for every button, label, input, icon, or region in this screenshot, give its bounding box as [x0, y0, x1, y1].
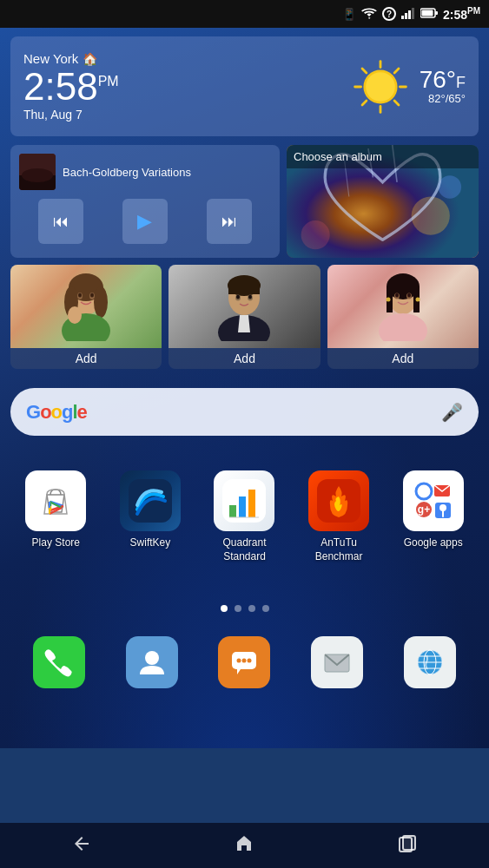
- contact-card-3[interactable]: Add: [327, 265, 479, 369]
- app-play-store[interactable]: Play Store: [17, 470, 95, 563]
- contact-card-1[interactable]: Add: [10, 265, 162, 369]
- swiftkey-label: SwiftKey: [130, 536, 171, 550]
- svg-point-19: [22, 168, 53, 182]
- dock-phone[interactable]: [33, 636, 85, 688]
- dock-browser[interactable]: [404, 636, 456, 688]
- weather-date: Thu, Aug 7: [23, 108, 350, 122]
- contact-add-label-3: Add: [327, 348, 479, 369]
- svg-point-30: [94, 286, 108, 318]
- contact-photo-2: [169, 265, 320, 348]
- svg-point-33: [78, 293, 82, 298]
- messages-icon: [218, 636, 270, 688]
- question-icon: ?: [382, 7, 396, 21]
- dock-messages[interactable]: [218, 636, 270, 688]
- album-widget[interactable]: Choose an album: [287, 145, 479, 258]
- music-controls: ⏮ ▶ ⏭: [19, 199, 271, 244]
- google-logo: Google: [26, 401, 87, 424]
- signal-icon: [401, 7, 415, 22]
- svg-rect-3: [412, 8, 414, 19]
- app-google-apps[interactable]: g+ Google apps: [394, 470, 472, 563]
- svg-rect-0: [401, 16, 404, 19]
- contacts-icon: [126, 636, 178, 688]
- recents-button[interactable]: [380, 826, 435, 865]
- google-apps-label: Google apps: [404, 536, 463, 550]
- svg-point-55: [415, 298, 420, 302]
- svg-point-42: [236, 295, 240, 299]
- svg-point-83: [248, 658, 252, 662]
- svg-marker-45: [238, 315, 250, 332]
- album-label: Choose an album: [287, 145, 479, 168]
- music-widget: Bach-Goldberg Variations ⏮ ▶ ⏭: [10, 145, 280, 258]
- contact-add-label-1: Add: [10, 348, 162, 369]
- dot-2[interactable]: [235, 605, 241, 612]
- svg-point-78: [145, 651, 159, 665]
- quadrant-icon: [214, 470, 274, 531]
- status-bar: 📱 ? 2:58PM: [0, 0, 489, 28]
- svg-point-22: [439, 175, 462, 199]
- browser-icon: [404, 636, 456, 688]
- dot-3[interactable]: [248, 605, 255, 612]
- svg-marker-80: [237, 669, 241, 674]
- nav-bar: [0, 823, 489, 868]
- dot-1[interactable]: [221, 605, 228, 612]
- dot-4[interactable]: [262, 605, 269, 612]
- svg-rect-6: [421, 10, 433, 16]
- contact-add-label-2: Add: [169, 348, 320, 369]
- weather-time: 2:58PM: [23, 68, 350, 106]
- music-thumbnail: [19, 154, 56, 190]
- battery-icon: [420, 8, 438, 21]
- wifi-icon: [361, 7, 377, 22]
- svg-line-12: [394, 101, 399, 105]
- weather-temp: 76°F 82°/65°: [420, 68, 466, 105]
- search-bar[interactable]: Google 🎤: [10, 388, 479, 436]
- svg-point-77: [439, 504, 446, 511]
- back-button[interactable]: [54, 826, 109, 865]
- antutu-label: AnTuTu Benchmar: [300, 536, 378, 563]
- quadrant-label: Quadrant Standard: [205, 536, 283, 563]
- contact-card-2[interactable]: Add: [169, 265, 320, 369]
- svg-point-82: [242, 658, 247, 662]
- svg-point-16: [366, 72, 395, 102]
- prev-button[interactable]: ⏮: [38, 199, 83, 244]
- contact-photo-1: [10, 265, 162, 348]
- sim-icon: 📱: [342, 8, 356, 21]
- svg-point-54: [386, 298, 390, 302]
- svg-rect-66: [239, 496, 246, 517]
- svg-line-11: [362, 69, 367, 73]
- apps-row: Play Store SwiftKey: [0, 470, 489, 563]
- svg-line-14: [362, 101, 367, 105]
- contact-photo-3: [327, 265, 479, 348]
- swiftkey-icon: [120, 470, 181, 531]
- svg-point-36: [68, 306, 82, 324]
- svg-point-34: [90, 293, 94, 298]
- svg-point-53: [407, 293, 411, 298]
- svg-rect-39: [228, 286, 260, 294]
- mail-icon: [311, 636, 363, 688]
- phone-icon: [33, 636, 85, 688]
- home-icon: 🏠: [83, 52, 97, 66]
- svg-line-13: [394, 69, 399, 73]
- svg-rect-65: [229, 505, 236, 517]
- page-dots: [0, 605, 489, 612]
- svg-rect-5: [435, 11, 438, 15]
- svg-rect-67: [248, 490, 255, 517]
- dock-contacts[interactable]: [126, 636, 178, 688]
- svg-point-81: [237, 658, 241, 662]
- svg-point-52: [395, 293, 399, 298]
- status-time: 2:58PM: [443, 6, 480, 22]
- svg-point-23: [301, 220, 330, 249]
- svg-point-56: [379, 313, 427, 341]
- app-antutu[interactable]: AnTuTu Benchmar: [300, 470, 378, 563]
- svg-rect-2: [408, 10, 411, 19]
- play-store-icon: [25, 470, 86, 531]
- temp-range: 82°/65°: [420, 92, 466, 105]
- play-button[interactable]: ▶: [122, 199, 168, 244]
- app-quadrant[interactable]: Quadrant Standard: [205, 470, 283, 563]
- sun-icon: [350, 56, 411, 117]
- app-swiftkey[interactable]: SwiftKey: [111, 470, 189, 563]
- home-button[interactable]: [216, 826, 272, 865]
- svg-point-43: [248, 295, 252, 299]
- next-button[interactable]: ⏭: [207, 199, 252, 244]
- dock-mail[interactable]: [311, 636, 363, 688]
- mic-icon[interactable]: 🎤: [441, 402, 463, 423]
